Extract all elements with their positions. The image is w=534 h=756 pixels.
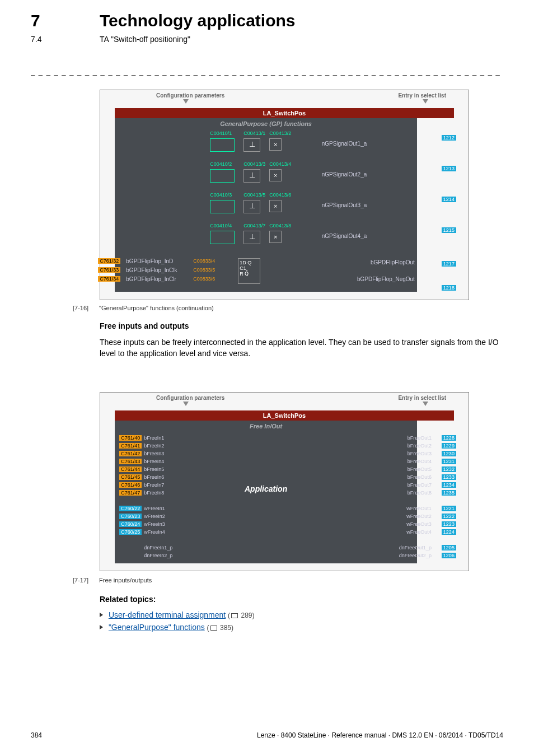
figure-caption: [7-17] Free inputs/outputs (73, 577, 152, 584)
chevron-right-icon (100, 625, 103, 629)
gp-code: C00413/1 (243, 130, 265, 136)
gp-mult: × (269, 200, 282, 212)
io-row: C761/42bFreeIn3 (119, 451, 198, 459)
io-label: bFreeIn6 (144, 474, 164, 480)
ff-box-line: R Q̄ (240, 271, 259, 277)
io-tag: C761/43 (119, 459, 142, 464)
gp-switch: ⊥ (243, 169, 260, 183)
io-row: dnFreeIn2_p (119, 553, 198, 561)
freeio-subheader: Free In/Out (115, 421, 417, 432)
pin-out: 1214 (442, 197, 456, 202)
io-row: C760/23wFreeIn2 (119, 514, 198, 521)
caption-tag: [7-16] (73, 305, 97, 311)
arrow-down-icon (183, 402, 189, 406)
io-pin: 1223 (442, 521, 456, 527)
link-gp-functions[interactable]: "GeneralPurpose" functions (109, 623, 205, 632)
ff-input: bGPDFlipFlop_InD (126, 258, 173, 264)
section-number: 7.4 (31, 35, 41, 44)
io-pin: 1233 (442, 474, 456, 480)
gp-output: nGPSignalOut2_a (299, 171, 367, 178)
io-label: wFreeOut4 (406, 529, 432, 535)
io-tag: C761/42 (119, 451, 142, 456)
io-row: bFreeOut41231 (378, 459, 456, 466)
io-label: bFreeIn4 (144, 459, 164, 464)
ff-box-line: 1D Q (240, 260, 259, 265)
io-pin: 1230 (442, 451, 456, 456)
chapter-number: 7 (31, 11, 40, 30)
ff-output: bGPDFlipFlop_NegOut (331, 276, 415, 282)
ff-code: C00833/4 (193, 258, 215, 264)
chapter-title: Technology applications (100, 11, 295, 30)
ff-tag: C761/33 (98, 267, 120, 273)
ff-code: C00833/6 (193, 276, 215, 282)
link-terminal-assignment[interactable]: User-defined terminal assignment (109, 610, 226, 619)
io-label: wFreeOut1 (406, 506, 432, 511)
io-pin: 1224 (442, 529, 456, 535)
io-label: wFreeOut2 (406, 514, 432, 519)
gp-code: C00413/6 (269, 192, 291, 198)
io-pin: 1235 (442, 490, 456, 496)
io-row: dnFreeOut2_p1206 (378, 553, 456, 561)
gp-code: C00413/4 (269, 161, 291, 167)
io-label: bFreeOut5 (407, 466, 432, 472)
gp-mult: × (269, 138, 282, 151)
io-row: C761/41bFreeIn2 (119, 443, 198, 451)
gp-row: C00410/3C00413/5C00413/6⊥×nGPSignalOut3_… (210, 191, 417, 222)
arrow-down-icon (423, 99, 428, 104)
io-row: dnFreeIn1_p (119, 545, 198, 553)
io-row: C761/46bFreeIn7 (119, 482, 198, 490)
io-row: dnFreeOut1_p1205 (378, 545, 456, 553)
gp-output: nGPSignalOut1_a (299, 141, 367, 147)
diagram-gp-functions: Configuration parameters Entry in select… (100, 90, 469, 300)
io-row: bFreeOut31230 (378, 451, 456, 459)
io-label: bFreeOut6 (407, 474, 432, 480)
figure-caption: [7-16] "GeneralPurpose" functions (conti… (73, 305, 214, 311)
io-row: C761/44bFreeIn5 (119, 466, 198, 474)
section-title: TA "Switch-off positioning" (100, 35, 190, 44)
gp-switch: ⊥ (243, 138, 260, 152)
chevron-right-icon (100, 613, 103, 617)
gp-code: C00413/7 (243, 223, 265, 228)
io-label: bFreeIn8 (144, 490, 164, 496)
diagram-free-io: Configuration parameters Entry in select… (100, 392, 469, 571)
application-label: Application (245, 484, 287, 493)
io-label: dnFreeIn1_p (144, 545, 172, 550)
io-tag: C761/41 (119, 443, 142, 449)
ff-box-line: C1 (240, 265, 259, 271)
io-label: bFreeOut1 (407, 435, 432, 441)
gp-row: C00410/2C00413/3C00413/4⊥×nGPSignalOut2_… (210, 160, 417, 191)
gp-mult: × (269, 231, 282, 243)
page-number: 384 (31, 731, 42, 739)
ff-output: bGPDFlipFlopOut (331, 259, 415, 265)
caption-text: "GeneralPurpose" functions (continuation… (99, 305, 214, 311)
io-label: wFreeIn3 (144, 521, 165, 527)
ff-input: bGPDFlipFlop_InClr (126, 276, 176, 282)
io-tag: C761/40 (119, 435, 142, 441)
related-heading: Related topics: (100, 595, 503, 604)
io-row: bFreeOut21229 (378, 443, 456, 451)
gp-param-box (210, 200, 235, 213)
ff-code: C00833/5 (193, 267, 215, 273)
io-label: wFreeIn1 (144, 506, 165, 511)
io-row: bFreeOut11228 (378, 435, 456, 443)
io-row: wFreeOut41224 (378, 529, 456, 537)
flipflop-box: 1D Q C1 R Q̄ (238, 258, 260, 284)
gp-param-box (210, 169, 235, 183)
gp-param-box (210, 138, 235, 152)
io-row: C761/40bFreeIn1 (119, 435, 198, 443)
io-row: wFreeOut31223 (378, 521, 456, 529)
gp-subheader: GeneralPurpose (GP) functions (115, 118, 417, 129)
gp-mult: × (269, 169, 282, 181)
io-tag: C761/46 (119, 482, 142, 488)
free-io-heading: Free inputs and outputs (100, 321, 503, 330)
divider: _ _ _ _ _ _ _ _ _ _ _ _ _ _ _ _ _ _ _ _ … (31, 67, 503, 76)
io-pin: 1206 (442, 553, 456, 558)
io-tag: C760/23 (119, 514, 142, 519)
io-pin: 1232 (442, 466, 456, 472)
io-tag: C761/45 (119, 474, 142, 480)
la-title: LA_SwitchPos (115, 108, 453, 118)
page-ref: 289 (241, 612, 252, 619)
gp-code: C00410/3 (210, 192, 232, 198)
io-pin: 1205 (442, 545, 456, 550)
pin-out: 1212 (442, 135, 456, 141)
